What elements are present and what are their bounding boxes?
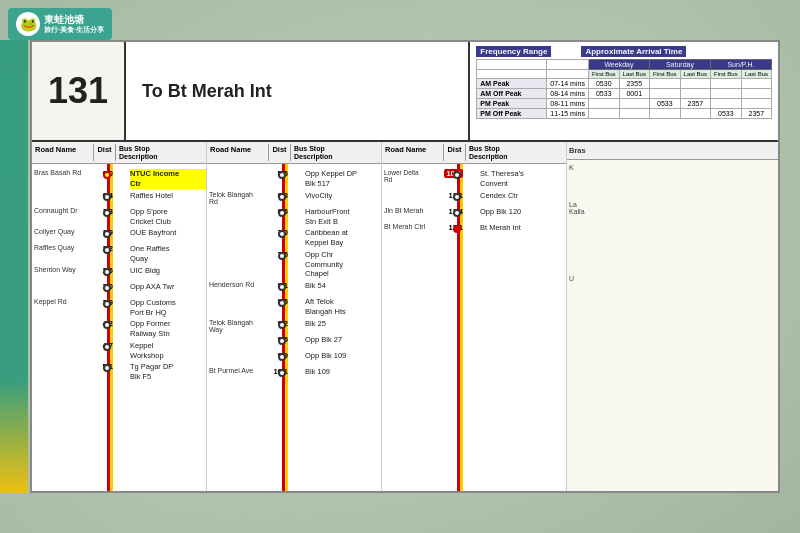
col4-text3: U bbox=[569, 275, 776, 282]
watermark: 🐸 東蛙池塘 旅行·美食·生活分享 bbox=[8, 8, 112, 40]
stop-road: Raffles Quay bbox=[32, 244, 94, 251]
col3-header: Road Name Dist Bus StopDescription bbox=[382, 142, 566, 164]
stop-row: Keppel Rd 3.9 Opp CustomsPort Br HQ bbox=[32, 297, 206, 319]
stop-name: Cendex Ctr bbox=[480, 191, 566, 201]
stop-name: KeppelWorkshop bbox=[130, 341, 206, 361]
stop-name: Blk 54 bbox=[305, 281, 381, 291]
stop-row: Raffles Quay 2.2 One RafflesQuay bbox=[32, 243, 206, 265]
stop-name: Opp AXA Twr bbox=[130, 282, 206, 292]
stop-road: Henderson Rd bbox=[207, 281, 269, 288]
arrival-label: Approximate Arrival Time bbox=[581, 46, 686, 57]
stop-row: 11.1 Cendex Ctr bbox=[382, 190, 566, 206]
stop-dot bbox=[278, 252, 286, 260]
col2-stop-header: Bus StopDescription bbox=[291, 144, 381, 161]
saturday-header: Saturday bbox=[649, 60, 710, 70]
stop-row: Connaught Dr 1.3 Opp S'poreCricket Club bbox=[32, 206, 206, 228]
stop-dot bbox=[103, 268, 111, 276]
stop-dot bbox=[453, 225, 461, 233]
header-section: 131 To Bt Merah Int Frequency Range Appr… bbox=[32, 42, 778, 142]
stop-row: 7.5 Opp ChrCommunityChapel bbox=[207, 249, 381, 280]
stop-dot bbox=[453, 193, 461, 201]
stop-road: Collyer Quay bbox=[32, 228, 94, 235]
column-1: Road Name Dist Bus StopDescription Bras … bbox=[32, 142, 207, 491]
stop-road: Bt Merah Ctrl bbox=[382, 223, 444, 230]
watermark-text: 東蛙池塘 旅行·美食·生活分享 bbox=[44, 14, 104, 34]
freq-row-pmpeak: PM Peak 08-11 mins 0533 2357 bbox=[477, 99, 772, 109]
col4-road-header: Bras bbox=[567, 144, 588, 157]
stop-road: Lower DeltaRd bbox=[382, 169, 444, 183]
stop-dot bbox=[103, 284, 111, 292]
stop-name: Opp Blk 27 bbox=[305, 335, 381, 345]
col3-route-container: Lower DeltaRd 10.6 St. Theresa'sConvent … bbox=[382, 164, 566, 491]
stop-name: UIC Bldg bbox=[130, 266, 206, 276]
freq-label: Frequency Range bbox=[476, 46, 551, 57]
stop-dot bbox=[278, 337, 286, 345]
col1-dist-header: Dist bbox=[94, 144, 116, 161]
col1-stop-header: Bus StopDescription bbox=[116, 144, 206, 161]
stop-dot bbox=[278, 353, 286, 361]
stop-row: Lower DeltaRd 10.6 St. Theresa'sConvent bbox=[382, 168, 566, 190]
col3-stop-header: Bus StopDescription bbox=[466, 144, 566, 161]
sign-board: 131 To Bt Merah Int Frequency Range Appr… bbox=[30, 40, 780, 493]
col2-header: Road Name Dist Bus StopDescription bbox=[207, 142, 381, 164]
column-3: Road Name Dist Bus StopDescription Lower… bbox=[382, 142, 567, 491]
stop-row: Jln Bt Merah 11.4 Opp Blk 120 bbox=[382, 206, 566, 222]
destination-box: To Bt Merah Int bbox=[126, 42, 468, 140]
watermark-subtext: 旅行·美食·生活分享 bbox=[44, 26, 104, 34]
stop-dot bbox=[278, 369, 286, 377]
col4-header: Bras bbox=[567, 142, 778, 160]
stop-row: Telok BlangahRd 6.3 VivoCity bbox=[207, 190, 381, 206]
col3-road-name-header: Road Name bbox=[382, 144, 444, 161]
stop-name: OUE Bayfront bbox=[130, 228, 206, 238]
stop-name: Opp S'poreCricket Club bbox=[130, 207, 206, 227]
stop-name: St. Theresa'sConvent bbox=[480, 169, 566, 189]
stop-dot bbox=[103, 300, 111, 308]
stop-row: 7.0 Caribbean atKeppel Bay bbox=[207, 227, 381, 249]
watermark-logo: 🐸 bbox=[16, 12, 40, 36]
stop-name: Opp CustomsPort Br HQ bbox=[130, 298, 206, 318]
stop-row: 4.7 KeppelWorkshop bbox=[32, 340, 206, 362]
stop-row: Shenton Way 2.6 UIC Bldg bbox=[32, 265, 206, 281]
col1-road-name-header: Road Name bbox=[32, 144, 94, 161]
stop-row: Bt Merah Ctrl 12.1 Bt Merah Int bbox=[382, 222, 566, 238]
stop-row: Telok BlangahWay 9.2 Blk 25 bbox=[207, 318, 381, 334]
stop-dot bbox=[103, 209, 111, 217]
freq-row-pmoffpeak: PM Off Peak 11-15 mins 0533 2357 bbox=[477, 109, 772, 119]
stop-name: Blk 109 bbox=[305, 367, 381, 377]
stop-name: One RafflesQuay bbox=[130, 244, 206, 264]
freq-row-ampeak: AM Peak 07-14 mins 0530 2355 bbox=[477, 79, 772, 89]
column-4-partial: Bras K LaKalla U bbox=[567, 142, 778, 491]
stop-dot bbox=[103, 343, 111, 351]
stop-road: Telok BlangahRd bbox=[207, 191, 269, 205]
content-area: Road Name Dist Bus StopDescription Bras … bbox=[32, 142, 778, 491]
stop-row: Bras Basah Rd 0.0 NTUC IncomeCtr bbox=[32, 168, 206, 190]
stop-row: 4.2 Opp FormerRailway Stn bbox=[32, 318, 206, 340]
watermark-chinese: 東蛙池塘 bbox=[44, 14, 104, 26]
stop-row: Bt Purmei Ave 10.1 Blk 109 bbox=[207, 366, 381, 382]
stop-dot bbox=[103, 193, 111, 201]
frequency-table: Weekday Saturday Sun/P.H. First Bus Last… bbox=[476, 59, 772, 119]
stop-road: Telok BlangahWay bbox=[207, 319, 269, 333]
stop-row: 0.4 Raffles Hotel bbox=[32, 190, 206, 206]
col2-road-name-header: Road Name bbox=[207, 144, 269, 161]
photo-frame: 🐸 東蛙池塘 旅行·美食·生活分享 131 To Bt Merah Int Fr… bbox=[0, 0, 800, 533]
stop-dot bbox=[278, 193, 286, 201]
col1-header: Road Name Dist Bus StopDescription bbox=[32, 142, 206, 164]
stop-dot bbox=[278, 321, 286, 329]
frequency-box: Frequency Range Approximate Arrival Time… bbox=[468, 42, 778, 140]
col2-route-container: 5.5 Opp Keppel DPBlk 517 Telok BlangahRd… bbox=[207, 164, 381, 491]
col1-route-container: Bras Basah Rd 0.0 NTUC IncomeCtr 0.4 Raf… bbox=[32, 164, 206, 491]
stop-name: Opp Blk 109 bbox=[305, 351, 381, 361]
col3-dist-header: Dist bbox=[444, 144, 466, 161]
sunph-header: Sun/P.H. bbox=[710, 60, 771, 70]
stop-name: HarbourFrontStn Exit B bbox=[305, 207, 381, 227]
stop-road: Jln Bt Merah bbox=[382, 207, 444, 214]
stop-road: Shenton Way bbox=[32, 266, 94, 273]
stop-row: 5.5 Opp Keppel DPBlk 517 bbox=[207, 168, 381, 190]
route-number: 131 bbox=[48, 70, 108, 112]
stop-row: 9.9 Opp Blk 109 bbox=[207, 350, 381, 366]
destination-text: To Bt Merah Int bbox=[142, 81, 272, 102]
stop-name: NTUC IncomeCtr bbox=[130, 169, 206, 189]
stop-row: 6.6 HarbourFrontStn Exit B bbox=[207, 206, 381, 228]
stop-name: Opp Keppel DPBlk 517 bbox=[305, 169, 381, 189]
